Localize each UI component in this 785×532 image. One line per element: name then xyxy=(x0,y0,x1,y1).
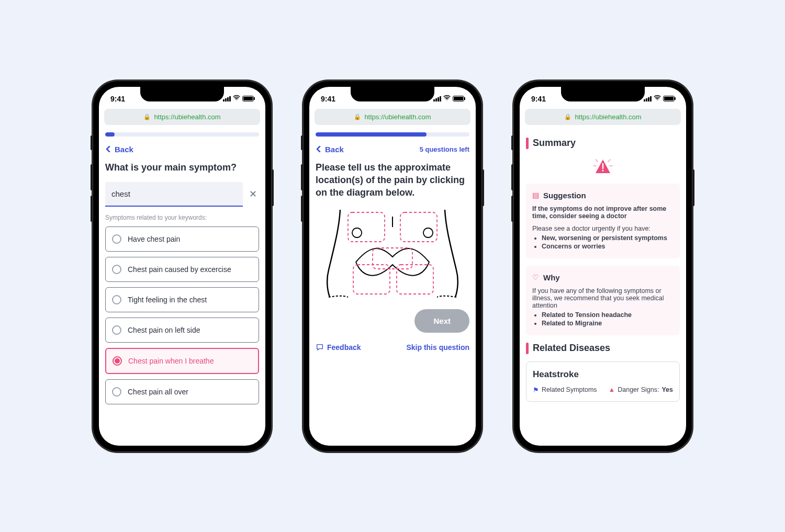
status-time: 9:41 xyxy=(110,95,125,103)
cellular-icon xyxy=(644,96,652,101)
question-title: Please tell us the approximate location(… xyxy=(316,161,469,199)
svg-line-2 xyxy=(608,160,610,162)
svg-line-1 xyxy=(596,160,598,162)
symptom-option[interactable]: Have chest pain xyxy=(105,227,259,252)
svg-point-6 xyxy=(602,169,603,171)
suggestion-bullet: New, worsening or persistent symptoms xyxy=(542,234,674,242)
why-title: Why xyxy=(543,273,560,282)
related-label: Symptoms related to your keywords: xyxy=(105,214,259,221)
battery-icon xyxy=(453,96,464,101)
wifi-icon xyxy=(443,94,451,103)
symptom-search-input[interactable] xyxy=(105,182,243,207)
symptom-option[interactable]: Tight feeling in the chest xyxy=(105,287,259,312)
zone-upper-left[interactable] xyxy=(348,212,385,242)
comment-icon xyxy=(316,343,324,352)
wifi-icon xyxy=(233,94,240,103)
related-diseases-title: Related Diseases xyxy=(533,343,610,354)
alert-icon xyxy=(526,156,680,177)
suggestion-title: Suggestion xyxy=(543,191,586,200)
back-label: Back xyxy=(115,145,133,154)
why-bullet: Related to Tension headache xyxy=(542,311,674,319)
related-symptoms-label: Related Symptoms xyxy=(542,386,597,393)
why-lead: If you have any of the following symptom… xyxy=(532,287,674,309)
radio-icon xyxy=(112,265,121,274)
symptom-option-selected[interactable]: Chest pain when I breathe xyxy=(105,348,259,374)
option-label: Chest pain when I breathe xyxy=(128,357,214,365)
flag-icon: ⚑ xyxy=(533,386,539,394)
suggestion-strong: If the symptoms do not improve after som… xyxy=(532,205,674,220)
warning-icon: ▲ xyxy=(609,386,615,393)
url-text: https://ubiehealth.com xyxy=(154,113,220,121)
option-label: Chest pain on left side xyxy=(128,326,200,334)
radio-icon xyxy=(112,387,121,397)
option-label: Chest pain all over xyxy=(128,388,188,396)
lock-icon: 🔒 xyxy=(354,114,361,120)
cellular-icon xyxy=(433,96,441,101)
browser-url-bar[interactable]: 🔒 https://ubiehealth.com xyxy=(525,109,681,125)
status-bar: 9:41 xyxy=(520,87,686,107)
skip-link[interactable]: Skip this question xyxy=(406,343,469,352)
chevron-left-icon xyxy=(105,146,111,152)
option-label: Chest pain caused by excercise xyxy=(128,265,231,274)
suggestion-lead: Please see a doctor urgently if you have… xyxy=(532,225,674,232)
status-bar: 9:41 xyxy=(309,87,476,107)
related-diseases-header: Related Diseases xyxy=(526,343,680,354)
battery-icon xyxy=(663,96,675,101)
why-bullet: Related to Migraine xyxy=(542,320,674,327)
suggestion-card: ▤ Suggestion If the symptoms do not impr… xyxy=(526,184,680,258)
disease-card[interactable]: Heatstroke ⚑ Related Symptoms ▲ Danger S… xyxy=(526,361,680,402)
status-time: 9:41 xyxy=(531,95,546,103)
back-label: Back xyxy=(325,145,344,154)
feedback-label: Feedback xyxy=(327,343,361,352)
clear-icon[interactable]: ✕ xyxy=(247,186,259,202)
option-label: Tight feeling in the chest xyxy=(128,296,207,304)
cellular-icon xyxy=(223,96,231,101)
wifi-icon xyxy=(654,94,661,103)
danger-label: Danger Signs: xyxy=(618,386,659,393)
phone-mock-3: 9:41 🔒 https://ubiehealth.com Summary xyxy=(513,81,692,452)
symptom-option[interactable]: Chest pain caused by excercise xyxy=(105,257,259,282)
symptom-option[interactable]: Chest pain on left side xyxy=(105,318,259,343)
body-diagram[interactable] xyxy=(316,207,469,299)
lock-icon: 🔒 xyxy=(143,114,151,120)
back-button[interactable]: Back xyxy=(316,145,344,154)
option-label: Have chest pain xyxy=(128,235,180,243)
radio-icon xyxy=(113,356,122,366)
question-title: What is your main symptom? xyxy=(105,161,259,174)
heart-icon: ♡ xyxy=(532,273,539,281)
lock-icon: 🔒 xyxy=(564,114,571,120)
status-time: 9:41 xyxy=(321,95,335,103)
disease-name: Heatstroke xyxy=(533,369,673,380)
browser-url-bar[interactable]: 🔒 https://ubiehealth.com xyxy=(315,109,470,125)
radio-icon xyxy=(112,325,121,335)
chevron-left-icon xyxy=(316,146,322,152)
next-button[interactable]: Next xyxy=(414,309,469,333)
zone-upper-right[interactable] xyxy=(400,212,437,242)
radio-icon xyxy=(112,295,121,304)
summary-title: Summary xyxy=(533,138,576,149)
danger-value: Yes xyxy=(661,386,673,393)
progress-bar xyxy=(316,132,469,137)
progress-bar xyxy=(105,132,259,137)
url-text: https://ubiehealth.com xyxy=(575,113,641,121)
phone-mock-2: 9:41 🔒 https://ubiehealth.com Back 5 que… xyxy=(303,81,482,452)
document-icon: ▤ xyxy=(532,191,539,199)
radio-icon xyxy=(112,234,121,244)
phone-mock-1: 9:41 🔒 https://ubiehealth.com Back What … xyxy=(93,81,272,452)
why-card: ♡ Why If you have any of the following s… xyxy=(526,266,680,335)
url-text: https://ubiehealth.com xyxy=(364,113,431,121)
feedback-link[interactable]: Feedback xyxy=(316,343,361,352)
back-button[interactable]: Back xyxy=(105,145,133,154)
battery-icon xyxy=(242,96,254,101)
questions-left: 5 questions left xyxy=(420,145,469,153)
status-bar: 9:41 xyxy=(99,87,265,107)
zone-center[interactable] xyxy=(373,248,412,269)
summary-section-header: Summary xyxy=(526,138,680,149)
symptom-option[interactable]: Chest pain all over xyxy=(105,379,259,404)
suggestion-bullet: Concerns or worries xyxy=(542,243,674,250)
browser-url-bar[interactable]: 🔒 https://ubiehealth.com xyxy=(104,109,260,125)
